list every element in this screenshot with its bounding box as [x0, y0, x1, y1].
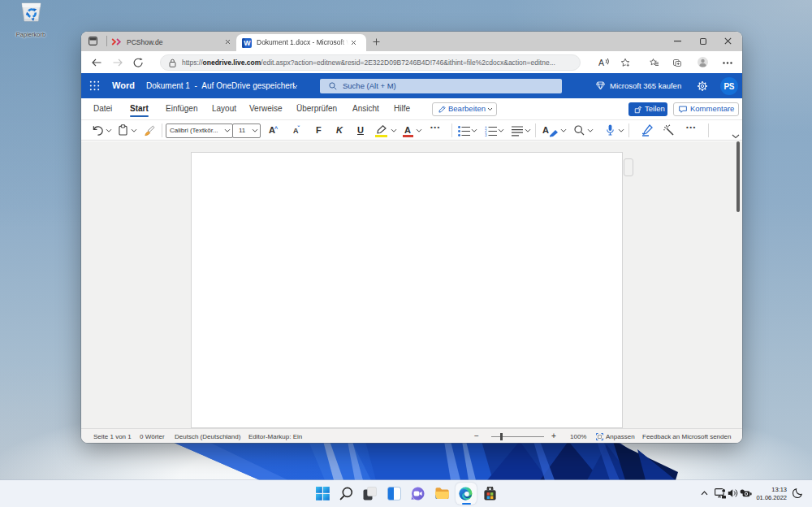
svg-text:3: 3: [485, 133, 487, 136]
svg-text:W: W: [244, 39, 251, 47]
svg-text:A: A: [598, 58, 604, 67]
